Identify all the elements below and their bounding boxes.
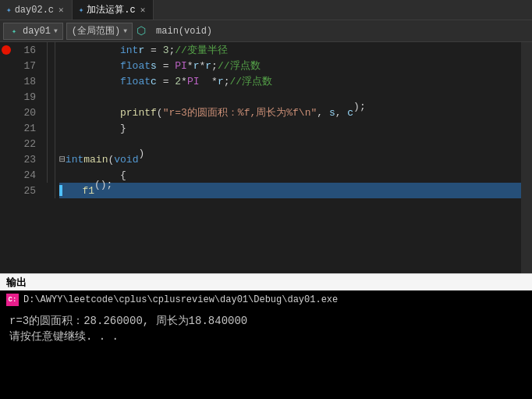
line-19-num: 19	[11, 89, 39, 105]
code-editor[interactable]: int r = 3;//变量半径 float s = PI * r * r;//…	[56, 42, 521, 273]
line-24-num: 24	[11, 167, 39, 183]
line-16-num: 16	[11, 42, 39, 58]
code-line-20: printf("r=3的圆面积：%f,周长为%f\n", s, c);	[59, 105, 521, 120]
tab-bar: ✦ day02.c ✕ ✦ 加法运算.c ✕	[0, 0, 532, 20]
code-line-18: float c = 2 * PI * r;//浮点数	[59, 73, 521, 89]
file-icon: ✦	[9, 26, 20, 37]
editor-area: 16 17 18 19 20 21 22 23 24 25 int r = 3;…	[0, 42, 532, 273]
code-line-22	[59, 136, 521, 151]
console-area: C: D:\AWYY\leetcode\cplus\cplusreview\da…	[0, 290, 532, 399]
tab-day02-label: day02.c	[15, 5, 54, 16]
tab-jiafa-label: 加法运算.c	[87, 3, 135, 16]
code-line-24: {	[59, 167, 521, 183]
line-number-gutter: 16 17 18 19 20 21 22 23 24 25	[0, 42, 41, 273]
scope-dropdown-label: (全局范围)	[72, 24, 120, 37]
output-label: 输出	[6, 276, 27, 290]
code-line-16: int r = 3;//变量半径	[59, 42, 521, 58]
file-dropdown[interactable]: ✦ day01 ▼	[3, 23, 63, 40]
console-line1: r=3的圆面积：28.260000, 周长为18.840000	[9, 314, 523, 328]
line-17-num: 17	[11, 58, 39, 73]
tab-day02-close[interactable]: ✕	[57, 5, 66, 15]
console-output: r=3的圆面积：28.260000, 周长为18.840000 请按任意键继续.…	[0, 309, 532, 348]
tab-file-icon: ✦	[6, 5, 12, 15]
line-20-num: 20	[11, 105, 39, 120]
line-21-num: 21	[11, 120, 39, 136]
line-22-num: 22	[11, 136, 39, 151]
main-label: main(void)	[150, 26, 218, 37]
file-dropdown-arrow: ▼	[54, 27, 58, 34]
code-line-17: float s = PI * r * r;//浮点数	[59, 58, 521, 73]
editor-scrollbar[interactable]	[521, 42, 532, 273]
line-numbers: 16 17 18 19 20 21 22 23 24 25	[0, 42, 41, 198]
file-dropdown-label: day01	[23, 26, 51, 37]
code-line-19	[59, 89, 521, 105]
output-panel-header: 输出	[0, 273, 532, 290]
exec-indicator	[59, 185, 62, 196]
tab-day02[interactable]: ✦ day02.c ✕	[0, 0, 73, 20]
tab-jiafa-close[interactable]: ✕	[139, 5, 147, 15]
code-line-25: f1();	[59, 183, 521, 198]
fold-gutter	[41, 42, 53, 273]
code-line-21: }	[59, 120, 521, 136]
code-line-23: ⊟int main(void)	[59, 151, 521, 167]
tab-jiafa[interactable]: ✦ 加法运算.c ✕	[73, 0, 154, 20]
scope-dropdown[interactable]: (全局范围) ▼	[66, 23, 133, 40]
line-25-num: 25	[11, 183, 39, 198]
console-path: D:\AWYY\leetcode\cplus\cplusreview\day01…	[23, 294, 338, 305]
main-icon: ⬡	[136, 26, 147, 37]
console-line2: 请按任意键继续. . .	[9, 330, 523, 344]
breakpoint-16	[2, 45, 11, 55]
console-exe-icon: C:	[6, 294, 19, 306]
line-23-num: 23	[11, 151, 39, 167]
line-18-num: 18	[11, 73, 39, 89]
scope-dropdown-arrow: ▼	[123, 27, 127, 34]
console-header: C: D:\AWYY\leetcode\cplus\cplusreview\da…	[0, 290, 532, 309]
tab-jiafa-file-icon: ✦	[79, 5, 84, 15]
